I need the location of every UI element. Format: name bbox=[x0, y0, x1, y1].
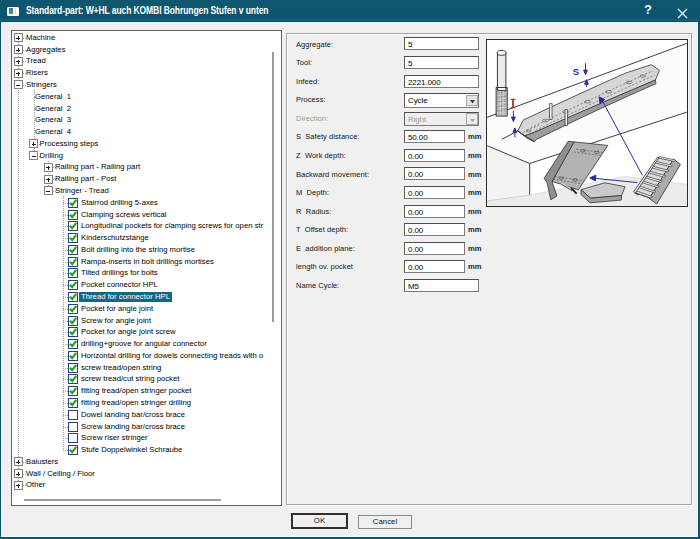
svg-text:S: S bbox=[573, 67, 579, 77]
